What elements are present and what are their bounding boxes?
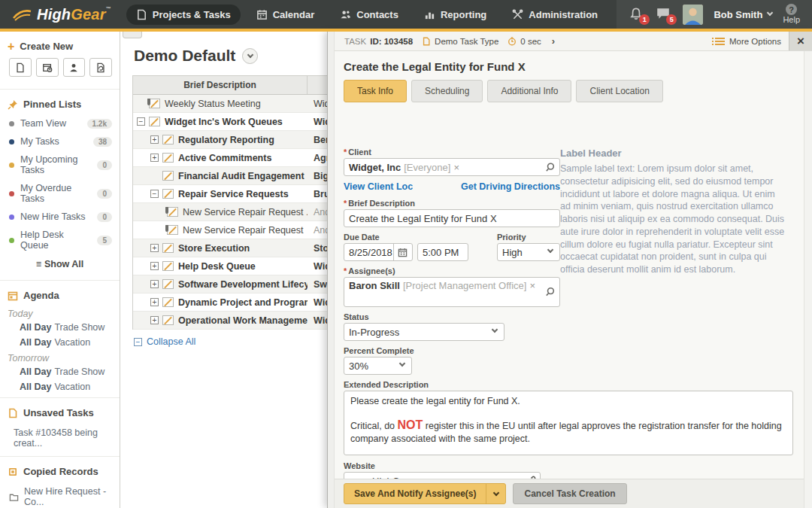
agenda-event[interactable]: All DayTrade Show <box>0 320 120 335</box>
list-color-dot <box>9 191 14 196</box>
copied-records-header[interactable]: Copied Records <box>0 457 120 482</box>
save-and-notify-button[interactable]: Save And Notify Assignee(s) <box>344 483 506 504</box>
percent-complete-select[interactable]: 30% <box>344 357 412 375</box>
task-timer[interactable]: 0 sec <box>508 37 541 46</box>
panel-resize-handle[interactable] <box>328 32 335 508</box>
agenda-event[interactable]: All DayTrade Show <box>0 364 120 379</box>
close-button[interactable]: × <box>789 32 812 50</box>
expand-icon[interactable]: + <box>150 135 159 144</box>
due-date-input[interactable]: 8/25/2018 <box>344 243 413 261</box>
collapse-icon[interactable]: − <box>150 190 159 198</box>
column-header-brief-description[interactable]: Brief Description <box>133 76 308 94</box>
client-field-label: *Client <box>344 148 560 157</box>
nav-calendar[interactable]: Calendar <box>247 5 325 25</box>
unsaved-task-label: Task #103458 being creat... <box>14 427 114 449</box>
tab-task-info[interactable]: Task Info <box>344 80 407 102</box>
new-recurring-task-button[interactable] <box>89 58 112 77</box>
sidebar-item-help-desk-queue[interactable]: Help Desk Queue 5 <box>0 226 120 254</box>
date-picker-button[interactable] <box>393 244 408 260</box>
nav-administration[interactable]: Administration <box>502 5 607 25</box>
more-options-button[interactable]: More Options <box>715 37 789 46</box>
expand-icon[interactable]: + <box>150 262 159 270</box>
chevron-down-icon <box>399 360 405 367</box>
nav-projects-tasks[interactable]: Projects & Tasks <box>126 5 241 25</box>
show-all-button[interactable]: ≡Show All <box>0 254 120 277</box>
agenda-header[interactable]: Agenda <box>0 281 120 306</box>
sidebar-collapse-handle[interactable] <box>123 32 142 38</box>
get-driving-directions-link[interactable]: Get Driving Directions <box>461 181 560 192</box>
view-client-location-link[interactable]: View Client Location <box>344 181 413 192</box>
website-input[interactable]: www.HighGear.com <box>344 472 541 479</box>
unsaved-task-item[interactable]: Task #103458 being creat... <box>0 423 120 453</box>
sidebar-item-new-hire-tasks[interactable]: New Hire Tasks 0 <box>0 208 120 226</box>
save-options-dropdown[interactable] <box>486 484 505 503</box>
notifications-bell-button[interactable]: 1 <box>629 7 645 22</box>
client-input[interactable]: Widget, Inc [Everyone] × <box>344 158 560 176</box>
messages-button[interactable]: 5 <box>656 7 672 22</box>
unsaved-tasks-header[interactable]: Unsaved Tasks <box>0 398 120 423</box>
remove-client-icon[interactable]: × <box>453 162 459 173</box>
nav-contacts[interactable]: Contacts <box>330 5 408 25</box>
status-select[interactable]: In-Progress <box>344 323 504 341</box>
project-icon <box>162 153 174 163</box>
copied-record-item[interactable]: New Hire Request - Co... <box>0 482 120 508</box>
remove-assignee-icon[interactable]: × <box>529 280 535 291</box>
project-icon <box>149 117 160 126</box>
new-meeting-button[interactable] <box>36 58 59 77</box>
brief-description-input[interactable]: Create the Legal Entity for Fund X <box>344 209 560 227</box>
nav-reporting[interactable]: Reporting <box>414 5 496 25</box>
extended-description-input[interactable]: Please create the legal entity for Fund … <box>344 391 793 455</box>
assignees-input[interactable]: Baron Skill [Project Management Office] … <box>344 277 560 307</box>
required-asterisk: * <box>344 199 347 208</box>
top-nav: HighGear™ Projects & Tasks Calendar Cont… <box>0 0 812 29</box>
new-contact-button[interactable] <box>63 58 86 77</box>
chevron-right-icon[interactable]: › <box>552 35 555 47</box>
collapse-all-label: Collapse All <box>147 336 195 347</box>
tab-client-location[interactable]: Client Location <box>576 80 662 102</box>
row-label: New Service Repair Request ... <box>183 207 308 217</box>
user-avatar[interactable] <box>683 5 703 25</box>
highgear-logo[interactable]: HighGear™ <box>0 6 126 23</box>
assignee-group-tag: [Project Management Office] <box>403 280 527 291</box>
create-new-label: Create New <box>20 41 73 52</box>
tab-scheduling[interactable]: Scheduling <box>411 80 483 102</box>
row-label: Operational Work Managemen... <box>178 315 308 326</box>
create-new-button[interactable]: + Create New <box>0 32 120 56</box>
sidebar-item-my-upcoming-tasks[interactable]: My Upcoming Tasks 0 <box>0 151 120 179</box>
expand-icon[interactable]: + <box>150 280 159 288</box>
expand-icon[interactable]: + <box>150 298 159 306</box>
sidebar-item-my-overdue-tasks[interactable]: My Overdue Tasks 0 <box>0 179 120 208</box>
task-type[interactable]: Demo Task Type <box>422 37 498 46</box>
help-button[interactable]: ? Help <box>783 4 803 24</box>
expand-icon[interactable]: + <box>150 154 159 162</box>
pinned-lists-header[interactable]: Pinned Lists <box>0 90 120 114</box>
priority-group: Priority High <box>497 233 560 266</box>
list-icon: ≡ <box>36 259 41 269</box>
required-asterisk: * <box>344 148 347 157</box>
row-label: Store Execution <box>178 243 250 254</box>
expand-icon[interactable]: + <box>150 316 159 324</box>
list-menu-button[interactable] <box>242 48 258 64</box>
agenda-event[interactable]: All DayVacation <box>0 335 120 350</box>
agenda-event[interactable]: All DayVacation <box>0 379 120 394</box>
priority-label: Priority <box>497 233 560 242</box>
sidebar-item-my-tasks[interactable]: My Tasks 38 <box>0 132 120 151</box>
due-time-input[interactable]: 5:00 PM <box>417 243 468 261</box>
people-icon <box>340 9 351 20</box>
row-label: Financial Audit Engagement <box>178 171 304 181</box>
panel-scrollbar[interactable] <box>804 51 812 508</box>
expand-icon[interactable]: + <box>150 244 159 252</box>
collapse-icon[interactable]: − <box>137 117 145 126</box>
priority-select[interactable]: High <box>497 243 560 261</box>
tab-additional-info[interactable]: Additional Info <box>487 80 571 102</box>
clock-icon <box>508 37 517 46</box>
new-task-button[interactable] <box>9 58 32 77</box>
client-search-button[interactable] <box>545 163 555 172</box>
task-panel-footer: Save And Notify Assignee(s) Cancel Task … <box>335 479 812 508</box>
logo-swoosh-icon <box>12 8 32 21</box>
assignee-search-button[interactable] <box>545 287 555 297</box>
cancel-task-creation-button[interactable]: Cancel Task Creation <box>513 483 626 504</box>
sidebar-item-team-view[interactable]: Team View 1.2k <box>0 114 120 132</box>
row-label: Help Desk Queue <box>178 261 256 272</box>
user-menu[interactable]: Bob Smith <box>714 9 772 20</box>
